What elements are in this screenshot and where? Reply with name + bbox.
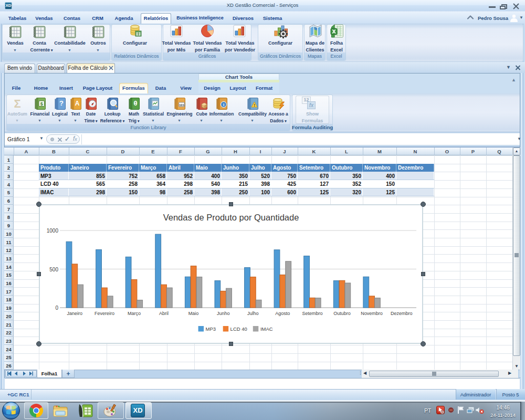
svg-text:$: $ [40,101,43,107]
svg-text:Agosto: Agosto [275,311,290,316]
svg-text:LCD 40: LCD 40 [230,326,247,332]
svg-text:Janeiro: Janeiro [67,311,83,316]
svg-text:!: ! [254,103,255,108]
svg-text:Maio: Maio [188,311,199,316]
svg-text:500: 500 [49,267,58,272]
svg-text:Abril: Abril [159,311,169,316]
svg-text:i: i [223,102,224,107]
svg-text:0: 0 [55,305,58,311]
svg-text:?: ? [59,99,64,107]
svg-text:101: 101 [179,103,185,107]
svg-text:IMAC: IMAC [260,326,273,332]
svg-text:Novembro: Novembro [361,311,383,316]
svg-text:Julho: Julho [247,311,259,316]
svg-text:Σ: Σ [14,98,20,110]
svg-text:Março: Março [128,311,141,316]
svg-text:MP3: MP3 [206,326,216,332]
svg-text:Junho: Junho [217,311,230,316]
svg-text:Dezembro: Dezembro [391,311,413,316]
svg-text:Fevereiro: Fevereiro [94,311,114,316]
svg-text:1000: 1000 [47,228,59,234]
svg-text:Setembro: Setembro [302,311,322,316]
svg-text:Vendas de Produto por Quantida: Vendas de Produto por Quantidade [163,213,299,222]
svg-text:θ: θ [133,99,137,107]
svg-text:A: A [75,100,80,107]
svg-text:Outubro: Outubro [333,311,351,316]
